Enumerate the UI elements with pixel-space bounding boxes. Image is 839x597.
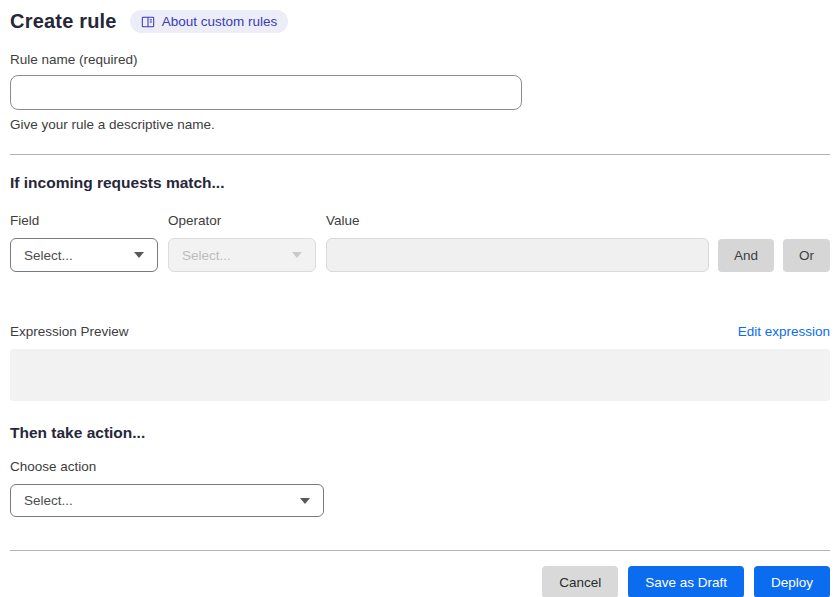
field-label: Field [10,213,158,228]
rule-name-section: Rule name (required) Give your rule a de… [10,52,830,132]
action-section-heading: Then take action... [10,424,830,442]
match-section-heading: If incoming requests match... [10,174,830,192]
section-divider-top [10,154,830,155]
condition-row: Field Select... Operator Select... Value… [10,213,830,272]
chevron-down-icon [292,252,302,258]
about-custom-rules-label: About custom rules [162,14,278,29]
and-button[interactable]: And [718,239,774,272]
operator-label: Operator [168,213,316,228]
deploy-button[interactable]: Deploy [754,566,830,597]
cancel-button[interactable]: Cancel [542,566,618,597]
operator-select-value: Select... [182,248,231,263]
condition-connectors: And Or [718,239,830,272]
save-as-draft-button[interactable]: Save as Draft [628,566,744,597]
value-label: Value [326,213,709,228]
choose-action-label: Choose action [10,459,830,474]
value-column: Value [326,213,709,272]
choose-action-select-value: Select... [24,493,73,508]
edit-expression-link[interactable]: Edit expression [738,324,830,339]
field-select-value: Select... [24,248,73,263]
footer-actions: Cancel Save as Draft Deploy [10,566,830,597]
field-column: Field Select... [10,213,158,272]
operator-select[interactable]: Select... [168,238,316,272]
chevron-down-icon [134,252,144,258]
rule-name-label: Rule name (required) [10,52,830,67]
chevron-down-icon [300,498,310,504]
or-button[interactable]: Or [783,239,830,272]
section-divider-bottom [10,550,830,551]
expression-preview-label: Expression Preview [10,324,129,339]
expression-preview-row: Expression Preview Edit expression [10,324,830,339]
about-custom-rules-link[interactable]: About custom rules [130,10,289,33]
choose-action-select[interactable]: Select... [10,484,324,517]
expression-preview-box [10,349,830,401]
page-title: Create rule [10,10,117,33]
book-icon [141,15,155,29]
rule-name-input[interactable] [10,75,522,110]
page-header: Create rule About custom rules [10,10,830,33]
operator-column: Operator Select... [168,213,316,272]
create-rule-page: Create rule About custom rules Rule name… [0,0,839,597]
field-select[interactable]: Select... [10,238,158,272]
value-input[interactable] [326,238,709,272]
rule-name-helper-text: Give your rule a descriptive name. [10,117,830,132]
